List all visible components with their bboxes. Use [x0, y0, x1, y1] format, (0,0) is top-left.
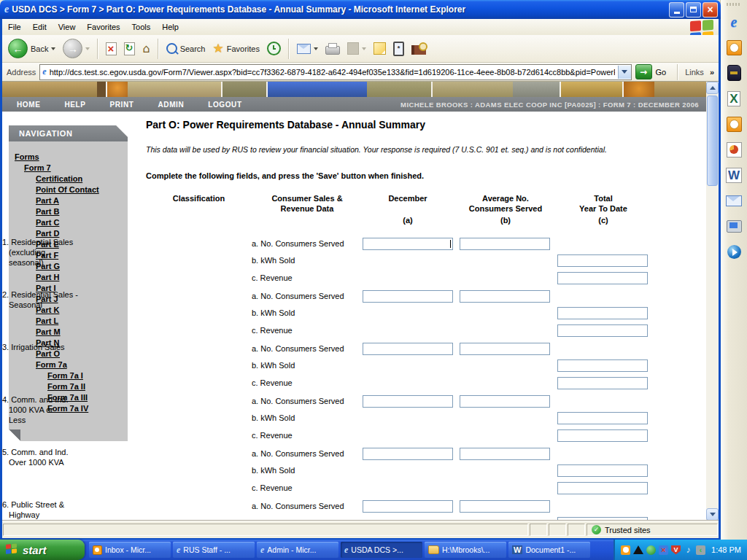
- refresh-button[interactable]: ↻: [121, 40, 138, 58]
- safely-remove-icon[interactable]: ‹: [696, 545, 705, 555]
- menu-edit[interactable]: Edit: [27, 20, 53, 34]
- taskbar-task-ie[interactable]: eAdmin - Micr...: [257, 542, 338, 558]
- sidebar-link-part-c[interactable]: Part C: [36, 217, 128, 228]
- sidebar-link-part-l[interactable]: Part L: [36, 316, 128, 327]
- menu-view[interactable]: View: [53, 20, 82, 34]
- network-error-icon[interactable]: ×: [659, 545, 668, 555]
- site-nav-home[interactable]: HOME: [17, 101, 40, 109]
- media-player-icon[interactable]: [724, 242, 743, 261]
- input-6a-average[interactable]: [460, 500, 550, 513]
- alert-triangle-icon[interactable]: [633, 545, 643, 554]
- taskbar-task-ie[interactable]: eUSDA DCS >...: [341, 542, 422, 558]
- toolbar-grip[interactable]: [727, 3, 741, 6]
- taskbar-task-word[interactable]: WDocument1 -...: [508, 542, 590, 558]
- input-1b-total-ytd[interactable]: [557, 254, 648, 267]
- word-icon[interactable]: W: [724, 166, 743, 184]
- input-4a-december[interactable]: [363, 395, 453, 408]
- input-2c-total-ytd[interactable]: [557, 324, 648, 337]
- favorites-button[interactable]: ★ Favorites: [209, 39, 263, 58]
- links-chevron-icon[interactable]: »: [710, 68, 714, 77]
- my-computer-icon[interactable]: [724, 217, 743, 236]
- green-globe-icon[interactable]: [646, 545, 656, 555]
- input-5c-total-ytd[interactable]: [557, 482, 648, 494]
- discuss-button[interactable]: [371, 40, 389, 57]
- sidebar-link-part-h[interactable]: Part H: [36, 272, 128, 283]
- input-6a-december[interactable]: [363, 500, 453, 513]
- input-2a-average[interactable]: [460, 290, 550, 303]
- window-titlebar[interactable]: e USDA DCS > Form 7 > Part O: Power Requ…: [0, 0, 721, 19]
- input-3a-december[interactable]: [363, 343, 453, 355]
- antivirus-shield-icon[interactable]: V: [671, 545, 681, 555]
- go-button[interactable]: →: [635, 64, 652, 79]
- sidebar-link-point-of-contact[interactable]: Point Of Contact: [36, 184, 128, 195]
- back-dropdown-icon[interactable]: [51, 47, 55, 50]
- sidebar-link-form-7[interactable]: Form 7: [24, 163, 128, 174]
- input-4b-total-ytd[interactable]: [557, 412, 648, 424]
- taskbar-task-outlook[interactable]: Inbox - Micr...: [89, 542, 171, 558]
- history-button[interactable]: [264, 39, 284, 58]
- input-2a-december[interactable]: [363, 290, 453, 303]
- messenger-button[interactable]: *: [390, 39, 407, 58]
- powerpoint-icon[interactable]: [724, 140, 743, 159]
- input-3b-total-ytd[interactable]: [557, 359, 648, 372]
- input-5a-december[interactable]: [363, 448, 453, 460]
- minimize-button[interactable]: [669, 2, 684, 18]
- input-4c-total-ytd[interactable]: [557, 429, 648, 442]
- close-button[interactable]: ×: [703, 2, 718, 18]
- stop-button[interactable]: ×: [103, 40, 120, 58]
- sidebar-link-form-7a[interactable]: Form 7a: [36, 359, 128, 370]
- mail-button[interactable]: [294, 42, 321, 56]
- scroll-up-button[interactable]: [706, 82, 719, 94]
- input-3a-average[interactable]: [460, 343, 550, 355]
- site-nav-admin[interactable]: ADMIN: [158, 101, 184, 109]
- address-input[interactable]: e http://dcs.test.sc.egov.usda.gov/Form7…: [39, 64, 631, 80]
- links-label[interactable]: Links: [685, 68, 704, 77]
- site-nav-print[interactable]: PRINT: [109, 101, 133, 109]
- input-1a-december[interactable]: [363, 238, 453, 250]
- research-button[interactable]: [409, 41, 429, 57]
- excel-icon[interactable]: X: [724, 89, 743, 108]
- address-book-icon[interactable]: [724, 63, 743, 82]
- input-1a-average[interactable]: [460, 238, 550, 250]
- taskbar-clock[interactable]: 1:48 PM: [711, 545, 741, 554]
- menu-file[interactable]: File: [2, 20, 27, 34]
- input-2b-total-ytd[interactable]: [557, 307, 648, 319]
- input-1c-total-ytd[interactable]: [557, 272, 648, 284]
- sidebar-link-part-m[interactable]: Part M: [36, 327, 128, 338]
- outlook-clock-icon[interactable]: [621, 545, 630, 555]
- internet-explorer-icon[interactable]: e: [724, 12, 743, 31]
- input-5a-average[interactable]: [460, 448, 550, 460]
- address-url[interactable]: http://dcs.test.sc.egov.usda.gov/Form7/V…: [50, 68, 615, 77]
- home-button[interactable]: ⌂: [139, 39, 152, 58]
- taskbar-task-ie[interactable]: eRUS Staff - ...: [173, 542, 255, 558]
- go-label[interactable]: Go: [656, 68, 667, 77]
- search-button[interactable]: Search: [163, 41, 209, 56]
- audio-icon[interactable]: ♪: [684, 545, 693, 555]
- sidebar-link-form-7a-ii[interactable]: Form 7a II: [47, 381, 128, 392]
- input-5b-total-ytd[interactable]: [557, 464, 648, 477]
- menu-tools[interactable]: Tools: [126, 20, 157, 34]
- mail-dropdown-icon[interactable]: [314, 47, 318, 50]
- site-nav-help[interactable]: HELP: [64, 101, 85, 109]
- forward-button[interactable]: →: [60, 36, 93, 61]
- menu-favorites[interactable]: Favorites: [81, 20, 125, 34]
- sidebar-link-part-a[interactable]: Part A: [36, 195, 128, 206]
- sidebar-link-forms[interactable]: Forms: [15, 152, 128, 163]
- sidebar-link-certification[interactable]: Certification: [36, 174, 128, 184]
- outlook-calendar-icon[interactable]: [724, 38, 743, 57]
- start-button[interactable]: start: [0, 540, 85, 560]
- outlook-express-icon[interactable]: [724, 191, 743, 210]
- taskbar-task-folder[interactable]: H:\Mbrooks\...: [425, 542, 506, 558]
- menu-help[interactable]: Help: [156, 20, 185, 34]
- input-3c-total-ytd[interactable]: [557, 377, 648, 389]
- sidebar-link-part-b[interactable]: Part B: [36, 206, 128, 217]
- scroll-down-button[interactable]: [706, 508, 719, 521]
- back-button[interactable]: ← Back: [5, 36, 58, 61]
- restore-button[interactable]: [686, 2, 701, 18]
- scrollbar-thumb[interactable]: [707, 96, 718, 186]
- address-dropdown-button[interactable]: [618, 66, 631, 79]
- site-nav-logout[interactable]: LOGOUT: [208, 101, 241, 109]
- sidebar-link-form-7a-i[interactable]: Form 7a I: [47, 370, 128, 381]
- input-4a-average[interactable]: [460, 395, 550, 408]
- clock-icon[interactable]: [724, 114, 743, 133]
